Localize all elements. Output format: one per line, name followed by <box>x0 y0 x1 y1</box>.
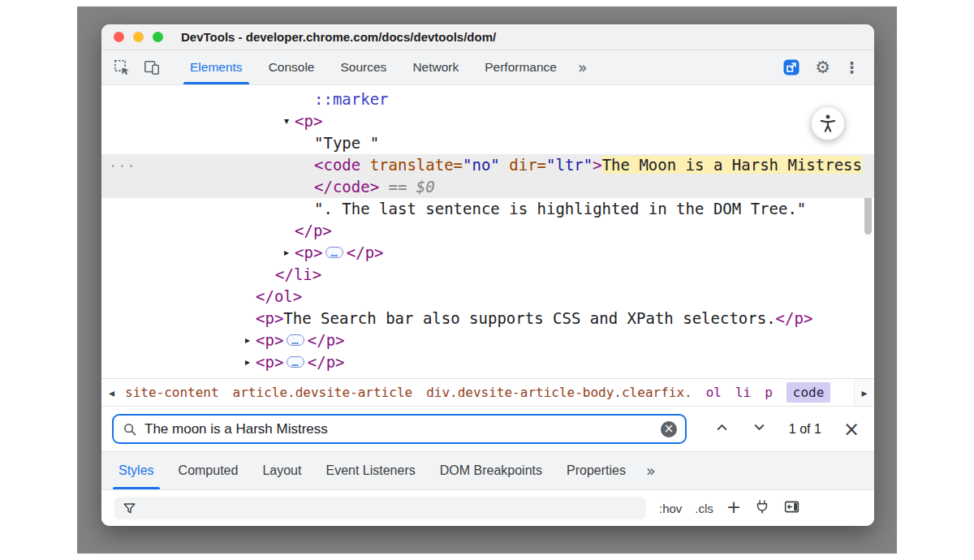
styles-filter-input[interactable] <box>114 497 646 519</box>
token-val: "no" <box>463 156 500 174</box>
dom-tree-row[interactable]: ". The last sentence is highlighted in t… <box>101 198 874 220</box>
dom-tree-row[interactable]: ▸<p>…</p> <box>101 242 874 264</box>
tab-computed[interactable]: Computed <box>166 452 251 489</box>
expand-arrow-right-icon[interactable]: ▸ <box>241 351 254 373</box>
more-options-icon[interactable]: ⋮ <box>844 60 860 75</box>
token-hl: The Moon is a Harsh Mistress <box>602 156 862 174</box>
inline-expand-button[interactable]: … <box>325 247 343 258</box>
dom-node-text: ::marker <box>101 90 389 108</box>
tab-dom-breakpoints[interactable]: DOM Breakpoints <box>428 452 554 489</box>
breadcrumb-item-article-devsite-article[interactable]: article.devsite-article <box>233 385 413 400</box>
dom-tree-row[interactable]: ...<code translate="no" dir="ltr">The Mo… <box>101 154 874 176</box>
token-tag: <p> <box>256 309 283 327</box>
breadcrumb-item-div-devsite-article-body-clearfix-[interactable]: div.devsite-article-body.clearfix. <box>426 385 692 400</box>
device-toolbar-icon[interactable] <box>143 58 161 76</box>
dom-node-text: </p> <box>101 222 332 239</box>
window-title: DevTools - developer.chrome.com/docs/dev… <box>181 30 496 44</box>
dock-side-icon[interactable] <box>782 58 801 77</box>
tab-network[interactable]: Network <box>399 50 472 84</box>
token-val: "ltr" <box>546 156 593 174</box>
dom-tree-row[interactable]: ▸<p>…</p> <box>101 330 874 351</box>
maximize-window-button[interactable] <box>153 32 163 42</box>
dom-node-text: ". The last sentence is highlighted in t… <box>101 200 806 218</box>
filter-funnel-icon <box>122 501 137 516</box>
tab-elements[interactable]: Elements <box>177 50 256 84</box>
dom-tree-row[interactable]: ▾<p> <box>101 110 874 132</box>
dom-tree-row[interactable]: <p>The Search bar also supports CSS and … <box>101 308 874 330</box>
minimize-window-button[interactable] <box>133 32 144 42</box>
token-meta: == $0 <box>379 178 435 196</box>
breadcrumb-bar: ◂ site-contentarticle.devsite-articlediv… <box>101 378 874 406</box>
token-attr: translate= <box>360 156 463 174</box>
token-tag: <p> <box>256 353 283 371</box>
sidebar-toggle-icon[interactable] <box>783 498 800 519</box>
breadcrumb-item-ol[interactable]: ol <box>706 385 722 400</box>
token-attr: dir= <box>500 156 546 174</box>
inline-expand-button[interactable]: … <box>287 356 304 368</box>
dom-tree-row[interactable]: </ol> <box>101 286 874 308</box>
settings-gear-icon[interactable]: ⚙ <box>815 59 830 76</box>
title-bar: DevTools - developer.chrome.com/docs/dev… <box>101 24 874 50</box>
search-icon <box>123 422 137 437</box>
dom-tree-row[interactable]: ▸<p>…</p> <box>101 351 874 373</box>
token-tag: </p> <box>295 222 332 239</box>
close-window-button[interactable] <box>114 32 124 42</box>
breadcrumb-item-site-content[interactable]: site-content <box>125 385 219 400</box>
dom-node-text: </li> <box>101 265 321 283</box>
token-tag: </p> <box>308 353 345 371</box>
chevron-down-icon <box>752 420 767 435</box>
expand-arrow-down-icon[interactable]: ▾ <box>280 110 293 132</box>
more-tabs-icon[interactable]: » <box>570 50 596 84</box>
dom-node-text: </ol> <box>101 287 302 305</box>
token-pseudo: ::marker <box>314 90 389 108</box>
close-search-icon[interactable]: × <box>843 420 860 439</box>
dom-tree-row[interactable]: </p> <box>101 220 874 242</box>
expand-arrow-right-icon[interactable]: ▸ <box>241 330 254 351</box>
main-tab-strip: ElementsConsoleSourcesNetworkPerformance <box>177 50 570 84</box>
dom-node-text: </code> == $0 <box>101 178 435 196</box>
tab-layout[interactable]: Layout <box>250 452 313 489</box>
breadcrumb-item-li[interactable]: li <box>735 385 751 400</box>
sidebar-more-tabs-icon[interactable]: » <box>638 452 664 489</box>
breadcrumb-scroll-right-icon[interactable]: ▸ <box>854 379 874 406</box>
chevron-up-icon <box>714 420 730 435</box>
tab-event-listeners[interactable]: Event Listeners <box>313 452 427 489</box>
sidebar-tab-strip: StylesComputedLayoutEvent ListenersDOM B… <box>101 451 874 489</box>
clear-search-icon[interactable]: × <box>661 421 677 437</box>
inline-expand-button[interactable]: … <box>287 334 304 346</box>
next-match-button[interactable] <box>752 420 767 438</box>
breadcrumb-item-p[interactable]: p <box>765 385 773 400</box>
token-tag: <p> <box>295 243 322 261</box>
token-tag: <p> <box>295 112 322 130</box>
token-tag: </ol> <box>256 287 302 305</box>
toggle-element-state-button[interactable]: :hov <box>659 502 682 515</box>
tab-sources[interactable]: Sources <box>328 50 400 84</box>
tab-styles[interactable]: Styles <box>106 452 166 489</box>
tab-console[interactable]: Console <box>256 50 328 84</box>
search-bar-row: × 1 of 1 × <box>101 406 874 451</box>
new-style-rule-button[interactable]: + <box>726 498 741 516</box>
plug-icon[interactable] <box>754 498 770 518</box>
inspect-element-icon[interactable] <box>113 58 131 76</box>
breadcrumb-scroll-left-icon[interactable]: ◂ <box>101 379 122 406</box>
search-box[interactable]: × <box>112 414 687 444</box>
expand-arrow-right-icon[interactable]: ▸ <box>280 242 293 264</box>
dom-tree-row[interactable]: </code> == $0 <box>101 176 874 198</box>
devtools-window: DevTools - developer.chrome.com/docs/dev… <box>101 24 874 526</box>
row-overflow-dots[interactable]: ... <box>109 152 136 174</box>
dom-node-text: <p>The Search bar also supports CSS and … <box>101 309 812 327</box>
token-tag: <code <box>314 156 360 174</box>
dom-tree-row[interactable]: ::marker <box>101 88 874 110</box>
token-tag: </p> <box>308 331 345 349</box>
breadcrumb-item-code[interactable]: code <box>787 382 831 403</box>
search-input[interactable] <box>144 421 653 437</box>
dom-tree-row[interactable]: "Type " <box>101 132 874 154</box>
element-classes-button[interactable]: .cls <box>695 502 713 515</box>
token-tag: </li> <box>275 265 321 283</box>
tab-performance[interactable]: Performance <box>472 50 570 84</box>
dom-tree-row[interactable]: </li> <box>101 264 874 286</box>
tab-properties[interactable]: Properties <box>554 452 638 489</box>
sidebar-tabs: StylesComputedLayoutEvent ListenersDOM B… <box>106 452 638 489</box>
previous-match-button[interactable] <box>714 420 730 438</box>
dom-node-text: <p>…</p> <box>101 353 345 371</box>
